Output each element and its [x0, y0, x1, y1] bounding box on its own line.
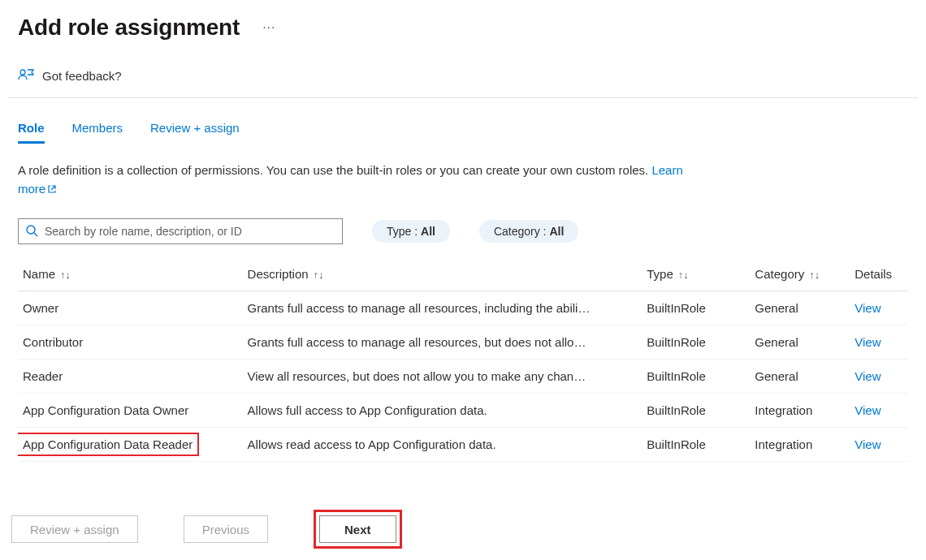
role-type-cell: BuiltInRole [642, 360, 750, 394]
previous-button[interactable]: Previous [184, 515, 268, 543]
column-header-category[interactable]: Category↑↓ [750, 259, 850, 291]
sort-icon: ↑↓ [678, 269, 689, 281]
tab-review-assign[interactable]: Review + assign [150, 121, 240, 144]
sort-icon: ↑↓ [809, 269, 820, 281]
view-details-link[interactable]: View [855, 335, 881, 349]
tab-role[interactable]: Role [18, 121, 45, 144]
view-details-link[interactable]: View [855, 301, 881, 315]
column-header-name[interactable]: Name↑↓ [18, 259, 243, 291]
search-icon [25, 224, 38, 239]
table-row[interactable]: OwnerGrants full access to manage all re… [18, 291, 908, 325]
role-type-cell: BuiltInRole [642, 325, 750, 360]
feedback-icon [18, 68, 34, 83]
view-details-link[interactable]: View [855, 403, 881, 417]
role-category-cell: Integration [750, 394, 850, 428]
table-row[interactable]: App Configuration Data ReaderAllows read… [18, 428, 908, 462]
page-title: Add role assignment [18, 15, 240, 41]
review-assign-button[interactable]: Review + assign [11, 515, 138, 543]
more-actions-icon[interactable]: ··· [262, 20, 275, 35]
search-box[interactable] [18, 218, 343, 244]
tab-members[interactable]: Members [72, 121, 123, 144]
filter-type-pill[interactable]: Type : All [372, 220, 450, 243]
view-details-link[interactable]: View [855, 369, 881, 383]
search-input[interactable] [45, 225, 335, 238]
role-name-cell: Owner [18, 291, 243, 325]
role-description-cell: Grants full access to manage all resourc… [243, 291, 643, 325]
role-name-cell: Contributor [18, 325, 243, 360]
role-description-cell: Grants full access to manage all resourc… [243, 325, 643, 360]
sort-icon: ↑↓ [60, 269, 71, 281]
role-description-cell: View all resources, but does not allow y… [243, 360, 643, 394]
filter-category-pill[interactable]: Category : All [479, 220, 578, 243]
external-link-icon [47, 181, 57, 200]
column-header-details: Details [850, 259, 908, 291]
column-header-type[interactable]: Type↑↓ [642, 259, 750, 291]
role-category-cell: Integration [750, 428, 850, 462]
role-name-cell: Reader [18, 360, 243, 394]
role-description-cell: Allows full access to App Configuration … [243, 394, 643, 428]
role-description-cell: Allows read access to App Configuration … [243, 428, 643, 462]
feedback-label: Got feedback? [42, 69, 122, 83]
svg-point-1 [27, 226, 35, 234]
role-category-cell: General [750, 325, 850, 360]
role-type-cell: BuiltInRole [642, 428, 750, 462]
role-category-cell: General [750, 291, 850, 325]
sort-icon: ↑↓ [314, 269, 324, 281]
role-name-cell: App Configuration Data Owner [18, 394, 243, 428]
role-category-cell: General [750, 360, 850, 394]
roles-table: Name↑↓ Description↑↓ Type↑↓ Category↑↓ D… [18, 259, 908, 462]
table-row[interactable]: ContributorGrants full access to manage … [18, 325, 908, 360]
view-details-link[interactable]: View [855, 437, 881, 451]
next-button[interactable]: Next [319, 515, 396, 543]
role-description-text: A role definition is a collection of per… [18, 163, 648, 177]
table-row[interactable]: ReaderView all resources, but does not a… [18, 360, 908, 394]
svg-point-0 [20, 70, 25, 75]
feedback-link[interactable]: Got feedback? [0, 49, 926, 97]
column-header-description[interactable]: Description↑↓ [243, 259, 643, 291]
role-name-cell: App Configuration Data Reader [18, 428, 243, 462]
role-type-cell: BuiltInRole [642, 291, 750, 325]
role-type-cell: BuiltInRole [642, 394, 750, 428]
next-button-highlight: Next [314, 510, 402, 549]
table-row[interactable]: App Configuration Data OwnerAllows full … [18, 394, 908, 428]
